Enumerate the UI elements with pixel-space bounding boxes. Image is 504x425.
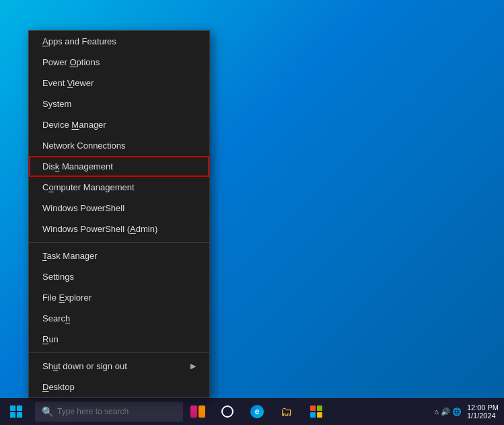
menu-item-label: Windows PowerShell bbox=[42, 203, 124, 213]
taskbar-task-view[interactable] bbox=[213, 398, 242, 425]
taskbar-search-input[interactable] bbox=[57, 407, 176, 416]
menu-item-event-viewer[interactable]: Event Viewer bbox=[29, 73, 209, 93]
submenu-arrow-icon: ▶ bbox=[190, 362, 196, 371]
menu-divider bbox=[29, 242, 209, 243]
taskbar-system-tray: ⌂ 🔊 🌐 12:00 PM1/1/2024 bbox=[434, 403, 504, 420]
menu-item-label: Event Viewer bbox=[42, 78, 94, 88]
menu-item-label: System bbox=[42, 99, 71, 109]
menu-item-settings[interactable]: Settings bbox=[29, 266, 209, 287]
menu-item-label: File Explorer bbox=[42, 293, 92, 303]
menu-item-windows-powershell[interactable]: Windows PowerShell bbox=[29, 198, 209, 219]
menu-item-run[interactable]: Run bbox=[29, 329, 209, 350]
menu-item-search[interactable]: Search bbox=[29, 308, 209, 329]
taskbar-edge[interactable]: e bbox=[242, 398, 272, 425]
taskbar-apps-grid[interactable] bbox=[301, 398, 331, 425]
folder-icon: 🗂 bbox=[281, 405, 293, 419]
task-view-icon bbox=[221, 405, 233, 418]
menu-item-apps-features[interactable]: Apps and Features bbox=[29, 31, 209, 52]
menu-item-label: Apps and Features bbox=[42, 36, 116, 46]
windows-logo-icon bbox=[10, 405, 22, 418]
menu-item-computer-management[interactable]: Computer Management bbox=[29, 177, 209, 198]
taskbar-app-icons: e 🗂 bbox=[183, 398, 331, 425]
menu-item-label: Shut down or sign out bbox=[42, 361, 127, 371]
edge-icon: e bbox=[250, 405, 264, 418]
menu-item-label: Power Options bbox=[42, 57, 100, 67]
menu-item-desktop[interactable]: Desktop bbox=[29, 377, 209, 397]
menu-item-label: Computer Management bbox=[42, 182, 135, 192]
menu-item-disk-management[interactable]: Disk Management bbox=[29, 156, 209, 177]
menu-item-power-options[interactable]: Power Options bbox=[29, 52, 209, 73]
menu-item-label: Task Manager bbox=[42, 251, 98, 261]
menu-item-system[interactable]: System bbox=[29, 93, 209, 114]
taskbar: 🔍 e 🗂 bbox=[0, 398, 504, 425]
menu-item-label: Windows PowerShell (Admin) bbox=[42, 224, 157, 234]
menu-item-label: Run bbox=[42, 334, 59, 344]
taskbar-search-bar[interactable]: 🔍 bbox=[35, 401, 183, 422]
menu-item-label: Desktop bbox=[42, 382, 75, 392]
menu-item-label: Network Connections bbox=[42, 141, 126, 151]
menu-item-device-manager[interactable]: Device Manager bbox=[29, 114, 209, 135]
taskbar-app-candy[interactable] bbox=[183, 398, 213, 425]
menu-item-file-explorer[interactable]: File Explorer bbox=[29, 287, 209, 308]
desktop: Apps and FeaturesPower OptionsEvent View… bbox=[0, 0, 504, 425]
menu-item-label: Device Manager bbox=[42, 120, 106, 130]
system-tray-icons: ⌂ 🔊 🌐 bbox=[434, 408, 462, 416]
search-icon: 🔍 bbox=[42, 406, 53, 417]
menu-item-shut-down-sign-out[interactable]: Shut down or sign out▶ bbox=[29, 356, 209, 377]
menu-divider bbox=[29, 352, 209, 353]
menu-item-task-manager[interactable]: Task Manager bbox=[29, 245, 209, 266]
menu-item-network-connections[interactable]: Network Connections bbox=[29, 135, 209, 156]
menu-item-label: Disk Management bbox=[42, 161, 113, 171]
menu-item-windows-powershell-admin[interactable]: Windows PowerShell (Admin) bbox=[29, 219, 209, 239]
clock: 12:00 PM1/1/2024 bbox=[467, 403, 499, 420]
menu-item-label: Search bbox=[42, 313, 70, 323]
menu-item-label: Settings bbox=[42, 272, 74, 282]
taskbar-explorer[interactable]: 🗂 bbox=[272, 398, 301, 425]
context-menu: Apps and FeaturesPower OptionsEvent View… bbox=[28, 30, 210, 398]
start-button[interactable] bbox=[0, 398, 32, 425]
apps-grid-icon bbox=[310, 405, 322, 418]
